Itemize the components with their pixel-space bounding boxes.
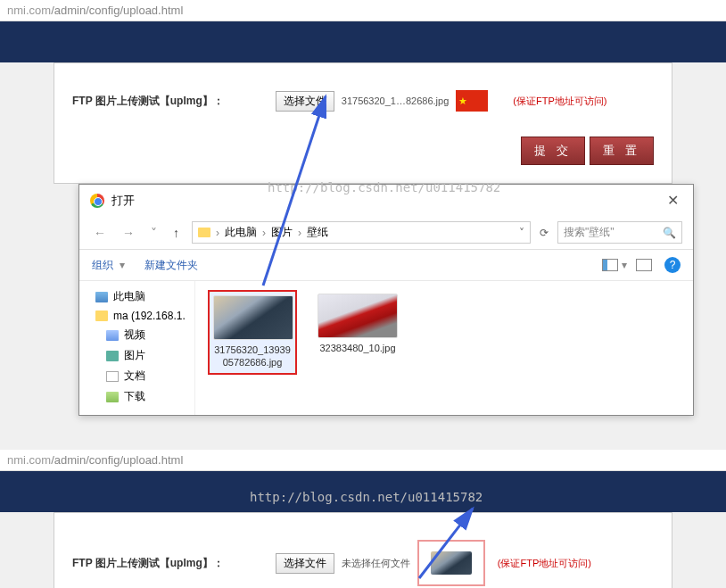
tree-item-pictures[interactable]: 图片 (79, 345, 194, 366)
url-host: nmi.com (7, 453, 51, 467)
tree-item-downloads[interactable]: 下载 (79, 386, 194, 407)
upload-panel: FTP 图片上传测试【upImg】： 选择文件 31756320_1…82686… (54, 62, 672, 184)
view-preview-icon[interactable] (636, 259, 652, 271)
selected-file-name: 31756320_1…82686.jpg (342, 95, 450, 106)
search-placeholder: 搜索"壁纸" (564, 225, 615, 240)
close-icon[interactable]: ✕ (664, 192, 682, 209)
chrome-icon (90, 194, 104, 208)
folder-tree: 此电脑 ma (192.168.1. 视频 图片 文档 下载 (79, 281, 195, 415)
file-thumbnail (213, 295, 293, 340)
dialog-body: 此电脑 ma (192.168.1. 视频 图片 文档 下载 31756320_… (79, 281, 693, 415)
nav-up-icon[interactable]: ↑ (169, 224, 183, 242)
tree-item-pc[interactable]: 此电脑 (79, 286, 194, 307)
china-flag-icon: ★ (456, 90, 488, 112)
new-folder-button[interactable]: 新建文件夹 (144, 258, 198, 273)
nav-forward-icon[interactable]: → (119, 224, 138, 242)
network-icon (95, 311, 108, 321)
url-host: nmi.com (7, 4, 51, 17)
header-banner (0, 21, 726, 62)
upload-label: FTP 图片上传测试【upImg】： (72, 556, 224, 571)
file-open-dialog: 打开 ✕ ← → ˅ ↑ › 此电脑 › 图片 › 壁纸 ˅ ⟳ 搜索"壁纸" … (78, 184, 694, 416)
upload-row: FTP 图片上传测试【upImg】： 选择文件 未选择任何文件 (保证FTP地址… (72, 540, 654, 586)
address-bar[interactable]: nmi.com/admin/config/upload.html (0, 0, 726, 21)
reset-button[interactable]: 重 置 (590, 137, 654, 165)
file-name: 31756320_1393905782686.jpg (213, 344, 292, 369)
button-row: 提 交 重 置 (72, 137, 654, 165)
folder-icon (198, 228, 210, 237)
pc-icon (95, 292, 108, 302)
tree-item-videos[interactable]: 视频 (79, 325, 194, 345)
breadcrumb-dropdown-icon[interactable]: ˅ (519, 227, 524, 239)
file-thumbnail (318, 294, 398, 338)
breadcrumb-item[interactable]: 壁纸 (307, 225, 328, 240)
submit-button[interactable]: 提 交 (521, 137, 585, 165)
upload-label: FTP 图片上传测试【upImg】： (72, 94, 224, 109)
file-grid: 31756320_1393905782686.jpg 32383480_10.j… (195, 281, 693, 415)
breadcrumb-item[interactable]: 图片 (271, 225, 293, 240)
download-icon (106, 392, 119, 402)
picture-icon (106, 351, 119, 361)
dialog-toolbar: 组织 ▾ 新建文件夹 ▾ ? (79, 250, 693, 281)
organize-menu[interactable]: 组织 ▾ (92, 258, 125, 273)
view-dropdown-icon[interactable]: ▾ (622, 259, 627, 271)
refresh-icon[interactable]: ⟳ (540, 227, 549, 239)
dialog-nav: ← → ˅ ↑ › 此电脑 › 图片 › 壁纸 ˅ ⟳ 搜索"壁纸" 🔍 (79, 216, 693, 250)
choose-file-button[interactable]: 选择文件 (276, 91, 334, 112)
nav-back-icon[interactable]: ← (90, 224, 110, 242)
file-name: 32383480_10.jpg (317, 342, 399, 354)
url-path: /admin/config/upload.html (51, 453, 183, 467)
dialog-titlebar: 打开 ✕ (79, 185, 693, 216)
url-path: /admin/config/upload.html (51, 4, 183, 17)
view-list-icon[interactable] (602, 259, 618, 271)
breadcrumb-item[interactable]: 此电脑 (225, 225, 257, 240)
search-icon: 🔍 (663, 227, 676, 239)
header-banner (0, 471, 726, 512)
address-bar[interactable]: nmi.com/admin/config/upload.html (0, 450, 726, 471)
help-icon[interactable]: ? (664, 257, 681, 273)
tree-item-network[interactable]: ma (192.168.1. (79, 307, 194, 325)
nav-recent-icon[interactable]: ˅ (147, 224, 161, 242)
file-item[interactable]: 32383480_10.jpg (313, 290, 402, 358)
ftp-hint: (保证FTP地址可访问) (513, 95, 606, 108)
file-item-selected[interactable]: 31756320_1393905782686.jpg (208, 290, 297, 375)
video-icon (106, 330, 119, 341)
choose-file-button[interactable]: 选择文件 (276, 553, 334, 574)
breadcrumb[interactable]: › 此电脑 › 图片 › 壁纸 ˅ (192, 221, 531, 244)
upload-row: FTP 图片上传测试【upImg】： 选择文件 31756320_1…82686… (72, 90, 654, 112)
search-input[interactable]: 搜索"壁纸" 🔍 (557, 221, 682, 244)
ftp-hint: (保证FTP地址可访问) (498, 557, 591, 570)
dialog-title: 打开 (111, 193, 135, 209)
preview-thumbnail (417, 540, 485, 586)
no-file-text: 未选择任何文件 (342, 557, 410, 570)
tree-item-documents[interactable]: 文档 (79, 366, 194, 386)
document-icon (106, 371, 119, 382)
upload-panel: FTP 图片上传测试【upImg】： 选择文件 未选择任何文件 (保证FTP地址… (54, 512, 672, 588)
